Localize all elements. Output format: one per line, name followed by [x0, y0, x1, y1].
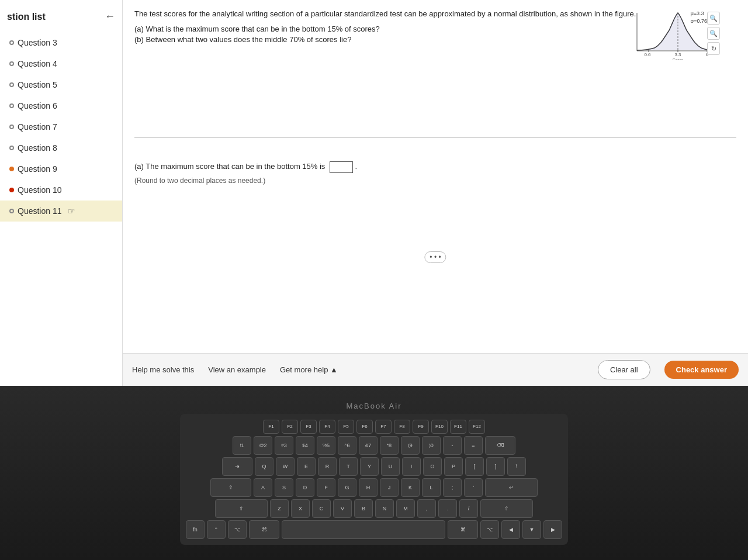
key-o[interactable]: O: [423, 457, 442, 476]
sidebar-item-q10[interactable]: Question 10: [0, 179, 122, 201]
sidebar-item-q9[interactable]: Question 9: [0, 158, 122, 179]
answer-section: (a) The maximum score that can be in the…: [134, 161, 736, 185]
key-f11[interactable]: F11: [450, 420, 466, 434]
key-comma[interactable]: ,: [417, 499, 436, 518]
sidebar-item-q6[interactable]: Question 6: [0, 95, 122, 116]
key-5[interactable]: %5: [317, 436, 335, 455]
sidebar-item-q8[interactable]: Question 8: [0, 137, 122, 158]
key-lcmd[interactable]: ⌘: [249, 520, 279, 539]
bottom-toolbar: Help me solve this View an example Get m…: [123, 353, 748, 386]
key-i[interactable]: I: [402, 457, 421, 476]
key-f10[interactable]: F10: [431, 420, 448, 434]
key-x[interactable]: X: [291, 499, 310, 518]
key-h[interactable]: H: [359, 478, 378, 497]
key-semicolon[interactable]: ;: [443, 478, 462, 497]
key-lshift[interactable]: ⇧: [215, 499, 268, 518]
key-f5[interactable]: F5: [338, 420, 354, 434]
key-rshift[interactable]: ⇧: [480, 499, 533, 518]
sidebar-title: stion list: [7, 12, 46, 22]
zoom-out-icon[interactable]: 🔍: [707, 27, 720, 40]
key-2[interactable]: @2: [254, 436, 272, 455]
key-fn[interactable]: fn: [186, 520, 205, 539]
key-lalt[interactable]: ⌥: [228, 520, 247, 539]
key-f1[interactable]: F1: [263, 420, 279, 434]
key-space[interactable]: [282, 520, 445, 539]
key-p[interactable]: P: [444, 457, 463, 476]
key-backslash[interactable]: \: [507, 457, 526, 476]
get-more-help-link[interactable]: Get more help ▲: [280, 365, 338, 374]
sidebar-item-q4[interactable]: Question 4: [0, 53, 122, 74]
key-k[interactable]: K: [401, 478, 420, 497]
answer-a-input[interactable]: [330, 161, 353, 173]
key-s[interactable]: S: [275, 478, 293, 497]
key-left[interactable]: ◀: [501, 520, 520, 539]
view-example-link[interactable]: View an example: [208, 365, 266, 374]
key-r[interactable]: R: [318, 457, 337, 476]
key-b[interactable]: B: [354, 499, 373, 518]
key-f9[interactable]: F9: [413, 420, 429, 434]
sidebar-item-q3[interactable]: Question 3: [0, 32, 122, 53]
key-a[interactable]: A: [254, 478, 272, 497]
help-me-solve-link[interactable]: Help me solve this: [132, 365, 194, 374]
key-f6[interactable]: F6: [356, 420, 373, 434]
key-rcmd[interactable]: ⌘: [448, 520, 478, 539]
key-f8[interactable]: F8: [394, 420, 410, 434]
sidebar-item-q7[interactable]: Question 7: [0, 116, 122, 137]
key-9[interactable]: (9: [401, 436, 420, 455]
key-lbracket[interactable]: [: [465, 457, 484, 476]
key-equals[interactable]: =: [464, 436, 483, 455]
key-c[interactable]: C: [312, 499, 331, 518]
key-ctrl[interactable]: ⌃: [207, 520, 226, 539]
key-f4[interactable]: F4: [319, 420, 335, 434]
zoom-in-icon[interactable]: 🔍: [707, 12, 720, 25]
key-ralt[interactable]: ⌥: [480, 520, 499, 539]
key-l[interactable]: L: [422, 478, 441, 497]
key-n[interactable]: N: [375, 499, 394, 518]
key-m[interactable]: M: [396, 499, 415, 518]
key-f7[interactable]: F7: [375, 420, 392, 434]
key-v[interactable]: V: [333, 499, 352, 518]
check-answer-button[interactable]: Check answer: [664, 361, 739, 379]
q3-label: Question 3: [18, 38, 57, 47]
key-backspace[interactable]: ⌫: [485, 436, 515, 455]
key-z[interactable]: Z: [270, 499, 289, 518]
svg-text:3.3: 3.3: [674, 52, 681, 57]
sidebar-collapse-button[interactable]: ←: [105, 11, 115, 23]
sidebar-item-q5[interactable]: Question 5: [0, 74, 122, 95]
key-w[interactable]: W: [276, 457, 295, 476]
q11-hand-icon: ☞: [68, 206, 75, 216]
key-slash[interactable]: /: [459, 499, 478, 518]
sidebar-item-q11[interactable]: Question 11 ☞: [0, 201, 122, 222]
key-j[interactable]: J: [380, 478, 399, 497]
key-7[interactable]: &7: [359, 436, 378, 455]
key-d[interactable]: D: [296, 478, 314, 497]
key-y[interactable]: Y: [360, 457, 379, 476]
key-e[interactable]: E: [297, 457, 316, 476]
expand-button[interactable]: • • •: [424, 251, 446, 263]
key-minus[interactable]: -: [443, 436, 462, 455]
key-tab[interactable]: ⇥: [222, 457, 252, 476]
key-rbracket[interactable]: ]: [486, 457, 505, 476]
refresh-icon[interactable]: ↻: [707, 42, 720, 55]
key-quote[interactable]: ': [464, 478, 483, 497]
key-q[interactable]: Q: [255, 457, 273, 476]
key-1[interactable]: !1: [233, 436, 251, 455]
key-f3[interactable]: F3: [300, 420, 317, 434]
key-4[interactable]: $4: [296, 436, 314, 455]
key-right[interactable]: ▶: [543, 520, 562, 539]
key-period[interactable]: .: [438, 499, 457, 518]
key-u[interactable]: U: [381, 457, 400, 476]
key-8[interactable]: *8: [380, 436, 399, 455]
key-down[interactable]: ▼: [522, 520, 541, 539]
key-6[interactable]: ^6: [338, 436, 356, 455]
key-3[interactable]: #3: [275, 436, 293, 455]
clear-all-button[interactable]: Clear all: [598, 360, 650, 379]
key-enter[interactable]: ↵: [485, 478, 538, 497]
key-t[interactable]: T: [339, 457, 358, 476]
key-capslock[interactable]: ⇪: [210, 478, 251, 497]
key-f12[interactable]: F12: [469, 420, 485, 434]
key-f2[interactable]: F2: [282, 420, 298, 434]
key-f[interactable]: F: [317, 478, 335, 497]
key-0[interactable]: )0: [422, 436, 441, 455]
key-g[interactable]: G: [338, 478, 356, 497]
